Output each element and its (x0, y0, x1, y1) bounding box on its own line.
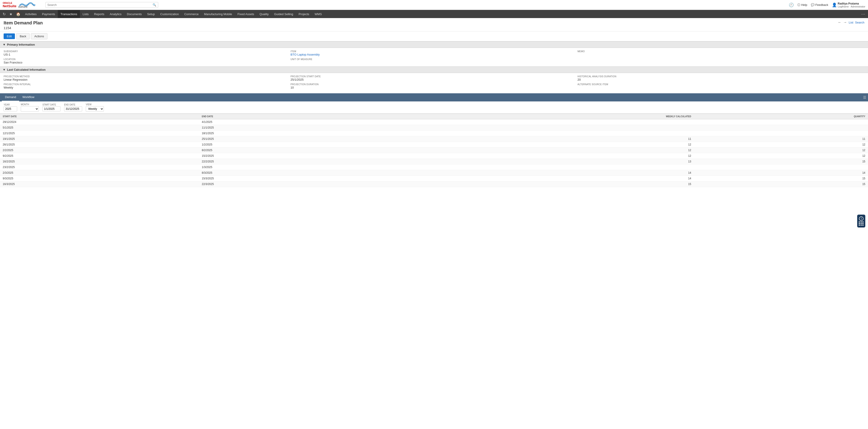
cell-start-date: 9/2/2025 (0, 153, 199, 159)
cell-end-date: 8/3/2025 (199, 170, 378, 176)
favorites-icon[interactable]: ★ (7, 10, 14, 18)
page-title: Item Demand Plan (4, 20, 43, 26)
nav-analytics[interactable]: Analytics (107, 10, 124, 18)
cell-weekly-calc (378, 131, 694, 136)
cell-weekly-calc: 13 (378, 159, 694, 165)
primary-info-header[interactable]: ▼ Primary Information (0, 41, 868, 48)
feedback-icon: 💬 (811, 3, 814, 6)
cell-start-date: 2/2/2025 (0, 147, 199, 153)
home-nav-icon[interactable]: ↻ (1, 10, 7, 18)
help-button[interactable]: ⓘ Help (797, 3, 807, 7)
subsidiary-field: SUBSIDIARY US-1 (4, 50, 290, 56)
cell-quantity (694, 165, 868, 170)
collapse-icon: ▼ (3, 43, 6, 46)
hist-duration-field: HISTORICAL ANALYSIS DURATION 20 (578, 75, 864, 81)
cell-quantity: 12 (694, 142, 868, 147)
nav-guided-selling[interactable]: Guided Selling (272, 10, 296, 18)
nav-projects[interactable]: Projects (296, 10, 312, 18)
cell-weekly-calc: 12 (378, 142, 694, 147)
cell-quantity: 15 (694, 176, 868, 181)
primary-info-section: ▼ Primary Information SUBSIDIARY US-1 IT… (0, 41, 868, 66)
cell-end-date: 15/3/2025 (199, 176, 378, 181)
view-filter: VIEW Weekly Monthly Daily (86, 103, 104, 112)
cell-weekly-calc (378, 165, 694, 170)
proj-start-field: PROJECTION START DATE 25/1/2025 (290, 75, 577, 81)
unit-field: UNIT OF MEASURE (290, 58, 577, 64)
nav-commerce[interactable]: Commerce (182, 10, 201, 18)
cell-quantity (694, 131, 868, 136)
search-link[interactable]: Search (855, 21, 864, 24)
nav-transactions[interactable]: Transactions (58, 10, 80, 18)
actions-button[interactable]: Actions (31, 33, 48, 39)
end-date-input[interactable] (64, 106, 82, 111)
month-select[interactable]: JanuaryFebruaryMarch AprilMayJune JulyAu… (21, 106, 39, 112)
oracle-netsuite-logo: ORACLE NetSuite (3, 2, 17, 8)
cell-start-date: 2/3/2025 (0, 170, 199, 176)
nav-documents[interactable]: Documents (124, 10, 145, 18)
tab-menu-icon[interactable]: ☰ (863, 95, 866, 99)
cell-start-date: 29/12/2024 (0, 119, 199, 125)
cell-weekly-calc (378, 125, 694, 131)
nav-reports[interactable]: Reports (91, 10, 107, 18)
recent-icon[interactable]: 🕘 (789, 2, 794, 7)
home-icon[interactable]: 🏠 (14, 10, 22, 18)
cell-start-date: 16/2/2025 (0, 159, 199, 165)
cell-weekly-calc: 12 (378, 153, 694, 159)
back-button[interactable]: Back (16, 33, 30, 39)
year-input[interactable] (4, 106, 17, 111)
cell-end-date: 18/1/2025 (199, 131, 378, 136)
cell-start-date: 16/3/2025 (0, 181, 199, 187)
cell-end-date: 1/2/2025 (199, 142, 378, 147)
nav-customization[interactable]: Customization (158, 10, 182, 18)
spacer-field (578, 58, 864, 64)
last-calc-content: PROJECTION METHOD Linear Regression PROJ… (0, 73, 868, 91)
nav-setup[interactable]: Setup (145, 10, 158, 18)
nav-manufacturing[interactable]: Manufacturing Mobile (201, 10, 235, 18)
memo-field: MEMO (578, 50, 864, 56)
table-row: 12/1/2025 18/1/2025 (0, 131, 868, 136)
nav-wms[interactable]: WMS (312, 10, 324, 18)
logiframe-logo: logiframe (18, 1, 36, 8)
list-link[interactable]: List (849, 21, 853, 24)
table-row: 9/3/2025 15/3/2025 14 15 (0, 176, 868, 181)
tab-workflow[interactable]: Workflow (19, 93, 37, 102)
nav-payments[interactable]: Payments (39, 10, 58, 18)
start-date-filter: START DATE (42, 104, 61, 111)
year-filter: YEAR (4, 104, 17, 111)
last-calc-header[interactable]: ▼ Last Calculated Information (0, 66, 868, 73)
view-select[interactable]: Weekly Monthly Daily (86, 106, 104, 112)
nav-quality[interactable]: Quality (257, 10, 271, 18)
table-row: 16/3/2025 22/3/2025 15 15 (0, 181, 868, 187)
user-menu[interactable]: 👤 Raditya Pratama Logiframe · Administra… (832, 2, 865, 8)
cell-end-date: 15/2/2025 (199, 153, 378, 159)
nav-lists[interactable]: Lists (80, 10, 91, 18)
proj-duration-field: PROJECTION DURATION 10 (290, 83, 577, 89)
demand-filter-bar: YEAR MONTH JanuaryFebruaryMarch AprilMay… (0, 102, 868, 114)
edit-button[interactable]: Edit (4, 33, 15, 39)
cell-weekly-calc: 12 (378, 147, 694, 153)
cell-end-date: 25/1/2025 (199, 136, 378, 142)
cell-start-date: 26/1/2025 (0, 142, 199, 147)
page-nav: ← → List Search (838, 20, 864, 24)
start-date-input[interactable] (42, 106, 61, 111)
feedback-button[interactable]: 💬 Feedback (811, 3, 828, 6)
help-icon: ⓘ (797, 3, 800, 7)
cell-end-date: 22/3/2025 (199, 181, 378, 187)
next-nav-icon[interactable]: → (843, 20, 847, 24)
nav-activities[interactable]: Activities (22, 10, 39, 18)
primary-info-content: SUBSIDIARY US-1 ITEM BTO Laptop Assembly… (0, 48, 868, 66)
search-icon: 🔍 (153, 3, 156, 6)
table-row: 23/2/2025 1/3/2025 (0, 165, 868, 170)
cell-weekly-calc: 14 (378, 170, 694, 176)
prev-nav-icon[interactable]: ← (838, 20, 842, 24)
nav-more-icon[interactable]: ⋯ (860, 11, 867, 17)
col-start-date: START DATE (0, 114, 199, 119)
cell-weekly-calc (378, 119, 694, 125)
tab-demand[interactable]: Demand (2, 93, 19, 102)
search-bar[interactable]: 🔍 (45, 2, 158, 8)
page-number: 1154 (4, 26, 43, 30)
cell-weekly-calc: 11 (378, 136, 694, 142)
search-input[interactable] (48, 3, 153, 6)
nav-fixed-assets[interactable]: Fixed Assets (235, 10, 257, 18)
table-container: START DATE END DATE WEEKLY CALCULATED QU… (0, 114, 868, 187)
